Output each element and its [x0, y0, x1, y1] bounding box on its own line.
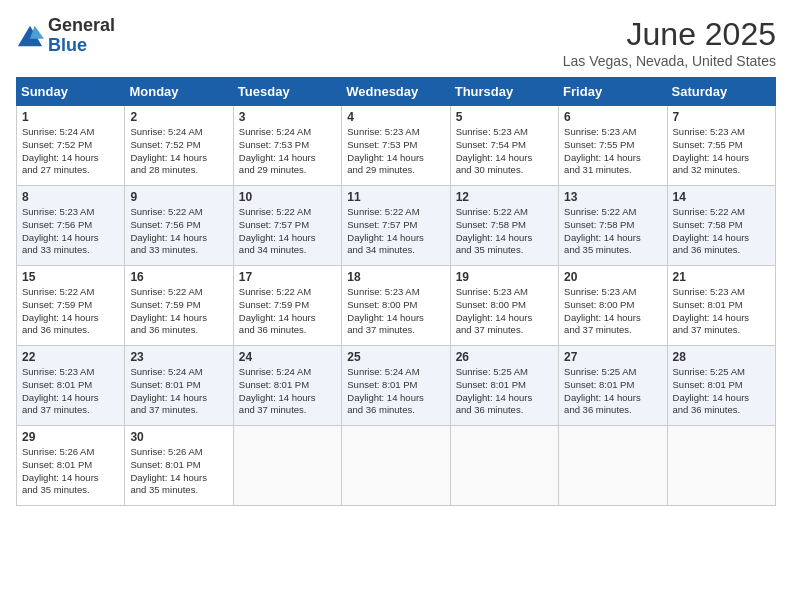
day-number: 25	[347, 350, 444, 364]
calendar-cell: 15 Sunrise: 5:22 AMSunset: 7:59 PMDaylig…	[17, 266, 125, 346]
calendar-cell	[233, 426, 341, 506]
month-title: June 2025	[563, 16, 776, 53]
calendar-cell: 5 Sunrise: 5:23 AMSunset: 7:54 PMDayligh…	[450, 106, 558, 186]
day-number: 24	[239, 350, 336, 364]
day-number: 13	[564, 190, 661, 204]
logo-text: General Blue	[48, 16, 115, 56]
cell-info: Sunrise: 5:24 AMSunset: 8:01 PMDaylight:…	[239, 366, 316, 415]
day-number: 5	[456, 110, 553, 124]
calendar-cell: 20 Sunrise: 5:23 AMSunset: 8:00 PMDaylig…	[559, 266, 667, 346]
calendar-cell: 22 Sunrise: 5:23 AMSunset: 8:01 PMDaylig…	[17, 346, 125, 426]
day-number: 10	[239, 190, 336, 204]
calendar-header-row: SundayMondayTuesdayWednesdayThursdayFrid…	[17, 78, 776, 106]
day-number: 4	[347, 110, 444, 124]
cell-info: Sunrise: 5:24 AMSunset: 8:01 PMDaylight:…	[130, 366, 207, 415]
cell-info: Sunrise: 5:24 AMSunset: 7:52 PMDaylight:…	[22, 126, 99, 175]
calendar-week-row: 8 Sunrise: 5:23 AMSunset: 7:56 PMDayligh…	[17, 186, 776, 266]
cell-info: Sunrise: 5:23 AMSunset: 8:00 PMDaylight:…	[564, 286, 641, 335]
day-number: 2	[130, 110, 227, 124]
day-number: 21	[673, 270, 770, 284]
day-header-friday: Friday	[559, 78, 667, 106]
calendar-cell: 19 Sunrise: 5:23 AMSunset: 8:00 PMDaylig…	[450, 266, 558, 346]
day-header-monday: Monday	[125, 78, 233, 106]
day-number: 26	[456, 350, 553, 364]
calendar-cell: 6 Sunrise: 5:23 AMSunset: 7:55 PMDayligh…	[559, 106, 667, 186]
calendar-cell: 29 Sunrise: 5:26 AMSunset: 8:01 PMDaylig…	[17, 426, 125, 506]
calendar-cell	[559, 426, 667, 506]
cell-info: Sunrise: 5:25 AMSunset: 8:01 PMDaylight:…	[564, 366, 641, 415]
day-number: 7	[673, 110, 770, 124]
day-number: 12	[456, 190, 553, 204]
logo-general: General	[48, 16, 115, 36]
calendar-cell: 11 Sunrise: 5:22 AMSunset: 7:57 PMDaylig…	[342, 186, 450, 266]
cell-info: Sunrise: 5:23 AMSunset: 7:55 PMDaylight:…	[673, 126, 750, 175]
day-number: 1	[22, 110, 119, 124]
day-number: 15	[22, 270, 119, 284]
calendar-cell	[450, 426, 558, 506]
day-number: 30	[130, 430, 227, 444]
cell-info: Sunrise: 5:22 AMSunset: 7:59 PMDaylight:…	[130, 286, 207, 335]
calendar-cell: 4 Sunrise: 5:23 AMSunset: 7:53 PMDayligh…	[342, 106, 450, 186]
calendar-cell: 28 Sunrise: 5:25 AMSunset: 8:01 PMDaylig…	[667, 346, 775, 426]
calendar-cell	[667, 426, 775, 506]
calendar-cell: 7 Sunrise: 5:23 AMSunset: 7:55 PMDayligh…	[667, 106, 775, 186]
day-header-sunday: Sunday	[17, 78, 125, 106]
cell-info: Sunrise: 5:25 AMSunset: 8:01 PMDaylight:…	[456, 366, 533, 415]
calendar-cell: 13 Sunrise: 5:22 AMSunset: 7:58 PMDaylig…	[559, 186, 667, 266]
day-number: 11	[347, 190, 444, 204]
calendar-week-row: 15 Sunrise: 5:22 AMSunset: 7:59 PMDaylig…	[17, 266, 776, 346]
calendar-cell: 24 Sunrise: 5:24 AMSunset: 8:01 PMDaylig…	[233, 346, 341, 426]
logo-blue: Blue	[48, 36, 115, 56]
calendar-cell: 9 Sunrise: 5:22 AMSunset: 7:56 PMDayligh…	[125, 186, 233, 266]
day-number: 29	[22, 430, 119, 444]
cell-info: Sunrise: 5:22 AMSunset: 7:59 PMDaylight:…	[239, 286, 316, 335]
cell-info: Sunrise: 5:23 AMSunset: 8:01 PMDaylight:…	[22, 366, 99, 415]
cell-info: Sunrise: 5:24 AMSunset: 7:53 PMDaylight:…	[239, 126, 316, 175]
day-number: 23	[130, 350, 227, 364]
day-number: 6	[564, 110, 661, 124]
cell-info: Sunrise: 5:26 AMSunset: 8:01 PMDaylight:…	[22, 446, 99, 495]
calendar-cell: 8 Sunrise: 5:23 AMSunset: 7:56 PMDayligh…	[17, 186, 125, 266]
calendar-cell: 26 Sunrise: 5:25 AMSunset: 8:01 PMDaylig…	[450, 346, 558, 426]
calendar-cell	[342, 426, 450, 506]
day-number: 27	[564, 350, 661, 364]
day-number: 14	[673, 190, 770, 204]
calendar-cell: 23 Sunrise: 5:24 AMSunset: 8:01 PMDaylig…	[125, 346, 233, 426]
calendar-cell: 12 Sunrise: 5:22 AMSunset: 7:58 PMDaylig…	[450, 186, 558, 266]
cell-info: Sunrise: 5:23 AMSunset: 7:54 PMDaylight:…	[456, 126, 533, 175]
day-header-wednesday: Wednesday	[342, 78, 450, 106]
day-header-thursday: Thursday	[450, 78, 558, 106]
calendar-cell: 18 Sunrise: 5:23 AMSunset: 8:00 PMDaylig…	[342, 266, 450, 346]
cell-info: Sunrise: 5:23 AMSunset: 8:00 PMDaylight:…	[347, 286, 424, 335]
day-number: 20	[564, 270, 661, 284]
day-number: 22	[22, 350, 119, 364]
calendar-cell: 1 Sunrise: 5:24 AMSunset: 7:52 PMDayligh…	[17, 106, 125, 186]
cell-info: Sunrise: 5:23 AMSunset: 8:01 PMDaylight:…	[673, 286, 750, 335]
title-block: June 2025 Las Vegas, Nevada, United Stat…	[563, 16, 776, 69]
day-number: 28	[673, 350, 770, 364]
calendar-cell: 3 Sunrise: 5:24 AMSunset: 7:53 PMDayligh…	[233, 106, 341, 186]
cell-info: Sunrise: 5:23 AMSunset: 8:00 PMDaylight:…	[456, 286, 533, 335]
calendar-week-row: 29 Sunrise: 5:26 AMSunset: 8:01 PMDaylig…	[17, 426, 776, 506]
day-number: 18	[347, 270, 444, 284]
logo-icon	[16, 22, 44, 50]
cell-info: Sunrise: 5:24 AMSunset: 7:52 PMDaylight:…	[130, 126, 207, 175]
day-number: 9	[130, 190, 227, 204]
cell-info: Sunrise: 5:22 AMSunset: 7:57 PMDaylight:…	[347, 206, 424, 255]
day-header-tuesday: Tuesday	[233, 78, 341, 106]
cell-info: Sunrise: 5:26 AMSunset: 8:01 PMDaylight:…	[130, 446, 207, 495]
cell-info: Sunrise: 5:22 AMSunset: 7:57 PMDaylight:…	[239, 206, 316, 255]
cell-info: Sunrise: 5:22 AMSunset: 7:58 PMDaylight:…	[673, 206, 750, 255]
cell-info: Sunrise: 5:22 AMSunset: 7:58 PMDaylight:…	[456, 206, 533, 255]
cell-info: Sunrise: 5:22 AMSunset: 7:59 PMDaylight:…	[22, 286, 99, 335]
calendar-cell: 14 Sunrise: 5:22 AMSunset: 7:58 PMDaylig…	[667, 186, 775, 266]
day-number: 8	[22, 190, 119, 204]
calendar-cell: 10 Sunrise: 5:22 AMSunset: 7:57 PMDaylig…	[233, 186, 341, 266]
calendar-cell: 21 Sunrise: 5:23 AMSunset: 8:01 PMDaylig…	[667, 266, 775, 346]
calendar-cell: 27 Sunrise: 5:25 AMSunset: 8:01 PMDaylig…	[559, 346, 667, 426]
cell-info: Sunrise: 5:23 AMSunset: 7:55 PMDaylight:…	[564, 126, 641, 175]
cell-info: Sunrise: 5:25 AMSunset: 8:01 PMDaylight:…	[673, 366, 750, 415]
calendar-cell: 25 Sunrise: 5:24 AMSunset: 8:01 PMDaylig…	[342, 346, 450, 426]
calendar-week-row: 22 Sunrise: 5:23 AMSunset: 8:01 PMDaylig…	[17, 346, 776, 426]
cell-info: Sunrise: 5:22 AMSunset: 7:56 PMDaylight:…	[130, 206, 207, 255]
